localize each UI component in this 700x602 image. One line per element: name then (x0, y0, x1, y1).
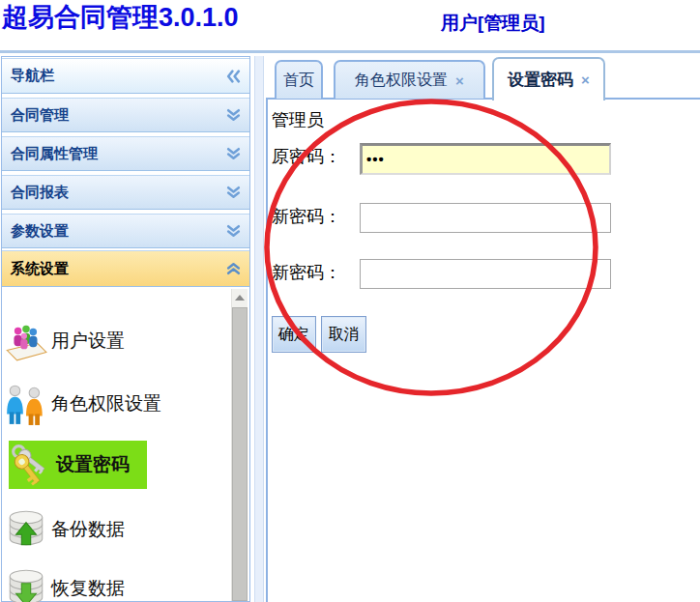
tab-home[interactable]: 首页 (275, 60, 323, 99)
group-label: 合同属性管理 (11, 145, 98, 163)
tab-label: 首页 (283, 71, 314, 91)
ok-button[interactable]: 确定 (272, 316, 316, 353)
sidebar-item-label: 角色权限设置 (51, 391, 161, 416)
cancel-button[interactable]: 取消 (321, 316, 366, 353)
scroll-up-button[interactable] (232, 289, 248, 305)
chevron-double-up-icon (226, 262, 241, 275)
scroll-up-arrow-icon (235, 295, 245, 301)
old-password-input[interactable]: ••• (360, 143, 611, 175)
scrollbar-thumb[interactable] (232, 307, 248, 601)
sidebar-group-parameters[interactable]: 参数设置 (2, 214, 249, 248)
chevron-double-down-icon (226, 224, 241, 238)
keys-icon (9, 443, 53, 487)
two-persons-icon (4, 382, 48, 426)
database-backup-icon (4, 507, 48, 552)
tab-role-permissions[interactable]: 角色权限设置 × (334, 60, 485, 99)
tab-label: 设置密码 (508, 69, 573, 91)
app-title: 超易合同管理3.0.1.0 (2, 0, 239, 35)
new-password-input[interactable] (360, 203, 611, 233)
new-password-label: 新密码： (272, 205, 341, 228)
group-label: 系统设置 (11, 260, 69, 278)
sidebar-item-backup-data[interactable]: 备份数据 (4, 505, 231, 554)
sidebar: 导航栏 合同管理 合同属性管理 合同报表 参数设置 系统设置 (1, 56, 250, 602)
sidebar-item-label: 备份数据 (51, 517, 125, 542)
sidebar-group-system-settings[interactable]: 系统设置 (2, 250, 249, 287)
group-label: 合同报表 (11, 184, 69, 202)
group-label: 参数设置 (11, 222, 69, 241)
sidebar-scrollbar[interactable] (231, 289, 248, 601)
sidebar-item-label: 设置密码 (56, 452, 130, 477)
sidebar-group-contract-report[interactable]: 合同报表 (2, 175, 249, 210)
sidebar-splitter[interactable] (254, 56, 264, 602)
chevron-double-down-icon (226, 147, 241, 160)
sidebar-nav-label: 导航栏 (11, 67, 54, 85)
current-user-label: 用户[管理员] (441, 11, 545, 36)
sidebar-item-user-settings[interactable]: 用户设置 (4, 317, 231, 365)
database-restore-icon (4, 566, 48, 602)
tab-label: 角色权限设置 (355, 71, 448, 91)
close-tab-icon[interactable]: × (581, 72, 590, 87)
sidebar-item-role-permissions[interactable]: 角色权限设置 (4, 380, 231, 428)
sidebar-group-contract-mgmt[interactable]: 合同管理 (2, 98, 249, 132)
collapse-left-icon[interactable] (226, 70, 241, 83)
group-label: 合同管理 (11, 106, 69, 125)
close-tab-icon[interactable]: × (455, 73, 464, 88)
sidebar-group-contract-attr[interactable]: 合同属性管理 (2, 136, 249, 171)
sidebar-item-label: 用户设置 (51, 329, 125, 354)
confirm-password-label: 新密码： (272, 261, 341, 284)
confirm-password-input[interactable] (360, 259, 611, 289)
chevron-double-down-icon (226, 108, 241, 122)
users-group-icon (4, 319, 48, 363)
form-username-label: 管理员 (272, 108, 324, 131)
sidebar-item-set-password[interactable]: 设置密码 (9, 441, 147, 489)
old-password-label: 原密码： (272, 145, 341, 168)
header-divider (0, 50, 700, 53)
chevron-double-down-icon (226, 186, 241, 199)
sidebar-item-label: 恢复数据 (51, 576, 125, 601)
sidebar-item-restore-data[interactable]: 恢复数据 (4, 564, 231, 602)
sidebar-header-nav[interactable]: 导航栏 (2, 58, 249, 94)
tab-set-password[interactable]: 设置密码 × (492, 57, 605, 100)
